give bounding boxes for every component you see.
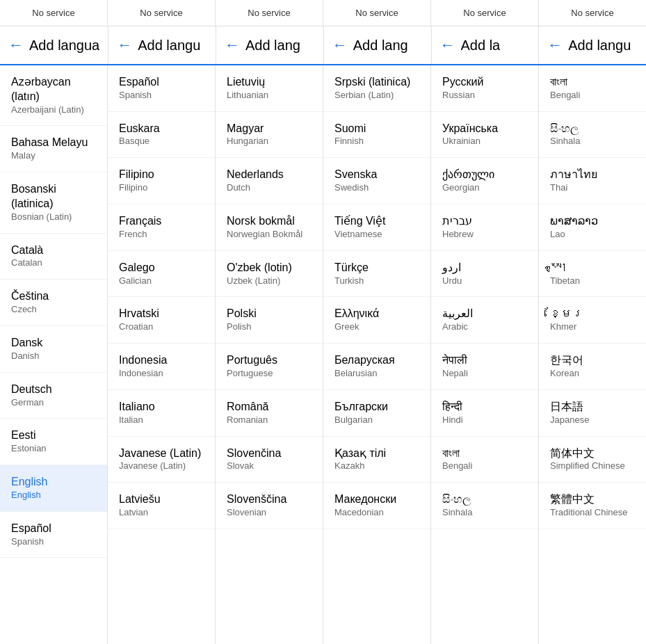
lang-item-1-0[interactable]: EspañolSpanish bbox=[108, 65, 215, 112]
lang-english-2-1: Hungarian bbox=[227, 136, 312, 147]
lang-item-3-3[interactable]: Tiếng ViệtVietnamese bbox=[323, 204, 430, 251]
lang-native-4-0: Русский bbox=[442, 75, 527, 90]
lang-item-2-2[interactable]: NederlandsDutch bbox=[216, 158, 323, 204]
lang-native-3-5: Ελληνικά bbox=[334, 307, 419, 321]
lang-item-5-2[interactable]: ภาษาไทยThai bbox=[539, 158, 646, 204]
lang-item-2-3[interactable]: Norsk bokmålNorwegian Bokmål bbox=[216, 204, 323, 251]
lang-item-3-7[interactable]: БългарскиBulgarian bbox=[323, 390, 430, 437]
lang-native-4-6: नेपाली bbox=[442, 353, 527, 368]
lang-english-3-1: Finnish bbox=[334, 136, 419, 147]
lang-item-4-9[interactable]: සිංහලSinhala bbox=[431, 483, 538, 529]
lang-native-5-1: සිංහල bbox=[550, 122, 635, 136]
lang-item-2-5[interactable]: PolskiPolish bbox=[216, 297, 323, 344]
lang-native-4-9: සිංහල bbox=[442, 492, 527, 507]
lang-item-4-7[interactable]: हिन्दीHindi bbox=[431, 390, 538, 437]
lang-native-1-6: Indonesia bbox=[119, 353, 204, 368]
lang-english-2-4: Uzbek (Latin) bbox=[227, 275, 312, 287]
lang-item-1-4[interactable]: GalegoGalician bbox=[108, 251, 215, 298]
header-cell-1: ←Add langu bbox=[108, 26, 216, 64]
back-arrow-3[interactable]: ← bbox=[332, 36, 348, 54]
lang-item-0-7[interactable]: EestiEstonian bbox=[0, 419, 107, 465]
lang-item-4-0[interactable]: РусскийRussian bbox=[431, 65, 538, 112]
lang-item-5-8[interactable]: 简体中文Simplified Chinese bbox=[539, 437, 646, 483]
status-cell-5: No service bbox=[539, 0, 646, 26]
lang-item-4-6[interactable]: नेपालीNepali bbox=[431, 344, 538, 390]
lang-item-5-7[interactable]: 日本語Japanese bbox=[539, 390, 646, 437]
lang-english-5-0: Bengali bbox=[550, 90, 635, 102]
lang-item-3-5[interactable]: ΕλληνικάGreek bbox=[323, 297, 430, 344]
lang-item-1-2[interactable]: FilipinoFilipino bbox=[108, 158, 215, 204]
lang-item-2-4[interactable]: O'zbek (lotin)Uzbek (Latin) bbox=[216, 251, 323, 298]
lang-native-1-0: Español bbox=[119, 75, 204, 90]
lang-item-5-4[interactable]: རྒྱས།Tibetan bbox=[539, 251, 646, 298]
lang-english-3-8: Kazakh bbox=[334, 460, 419, 472]
back-arrow-5[interactable]: ← bbox=[547, 36, 563, 54]
lang-item-5-5[interactable]: ខ្មែរKhmer bbox=[539, 297, 646, 344]
lang-english-5-1: Sinhala bbox=[550, 136, 635, 147]
lang-item-5-9[interactable]: 繁體中文Traditional Chinese bbox=[539, 483, 646, 529]
lang-item-0-2[interactable]: Bosanski (latinica)Bosnian (Latin) bbox=[0, 172, 107, 233]
lang-item-5-1[interactable]: සිංහලSinhala bbox=[539, 112, 646, 159]
lang-item-2-0[interactable]: LietuviųLithuanian bbox=[216, 65, 323, 112]
header-cell-3: ←Add lang bbox=[324, 26, 432, 64]
lang-item-0-1[interactable]: Bahasa MelayuMalay bbox=[0, 126, 107, 172]
lang-item-4-8[interactable]: বাংলাBengali bbox=[431, 437, 538, 483]
lang-item-5-6[interactable]: 한국어Korean bbox=[539, 344, 646, 390]
lang-item-0-5[interactable]: DanskDanish bbox=[0, 326, 107, 373]
lang-item-2-9[interactable]: SlovenščinaSlovenian bbox=[216, 483, 323, 529]
lang-native-1-5: Hrvatski bbox=[119, 307, 204, 321]
lang-item-4-3[interactable]: עבריתHebrew bbox=[431, 204, 538, 251]
lang-native-3-0: Srpski (latinica) bbox=[334, 75, 419, 90]
lang-english-0-6: German bbox=[11, 397, 96, 409]
lang-item-3-0[interactable]: Srpski (latinica)Serbian (Latin) bbox=[323, 65, 430, 112]
lang-item-4-5[interactable]: العربيةArabic bbox=[431, 297, 538, 344]
lang-item-0-3[interactable]: CatalàCatalan bbox=[0, 234, 107, 280]
lang-native-1-1: Euskara bbox=[119, 122, 204, 136]
lang-item-3-6[interactable]: БеларускаяBelarusian bbox=[323, 344, 430, 390]
back-arrow-0[interactable]: ← bbox=[8, 36, 24, 54]
lang-item-3-4[interactable]: TürkçeTurkish bbox=[323, 251, 430, 298]
back-arrow-2[interactable]: ← bbox=[225, 36, 240, 54]
lang-item-2-8[interactable]: SlovenčinaSlovak bbox=[216, 437, 323, 483]
lang-item-0-0[interactable]: Azərbaycan (latın)Azerbaijani (Latin) bbox=[0, 65, 107, 126]
back-arrow-1[interactable]: ← bbox=[117, 36, 132, 54]
lang-item-3-2[interactable]: SvenskaSwedish bbox=[323, 158, 430, 204]
lang-english-0-1: Malay bbox=[11, 150, 96, 162]
lang-item-4-4[interactable]: اردوUrdu bbox=[431, 251, 538, 298]
lang-native-5-6: 한국어 bbox=[550, 353, 635, 368]
lang-item-0-9[interactable]: EspañolSpanish bbox=[0, 512, 107, 558]
lang-item-5-0[interactable]: বাংলাBengali bbox=[539, 65, 646, 112]
lang-item-1-5[interactable]: HrvatskiCroatian bbox=[108, 297, 215, 344]
header-title-0: Add langua bbox=[29, 38, 99, 54]
lang-english-0-4: Czech bbox=[11, 304, 96, 316]
lang-item-0-6[interactable]: DeutschGerman bbox=[0, 373, 107, 419]
lang-item-3-8[interactable]: Қазақ тіліKazakh bbox=[323, 437, 430, 483]
lang-english-3-4: Turkish bbox=[334, 275, 419, 287]
lang-item-1-3[interactable]: FrançaisFrench bbox=[108, 204, 215, 251]
lang-item-1-7[interactable]: ItalianoItalian bbox=[108, 390, 215, 437]
lang-item-1-6[interactable]: IndonesiaIndonesian bbox=[108, 344, 215, 390]
header-title-5: Add langu bbox=[568, 38, 631, 54]
lang-english-5-6: Korean bbox=[550, 368, 635, 380]
lang-english-4-7: Hindi bbox=[442, 414, 527, 426]
lang-item-1-9[interactable]: LatviešuLatvian bbox=[108, 483, 215, 529]
lang-item-1-1[interactable]: EuskaraBasque bbox=[108, 112, 215, 159]
lang-item-3-1[interactable]: SuomiFinnish bbox=[323, 112, 430, 159]
lang-native-1-7: Italiano bbox=[119, 400, 204, 414]
lang-english-1-5: Croatian bbox=[119, 321, 204, 333]
lang-item-1-8[interactable]: Javanese (Latin)Javanese (Latin) bbox=[108, 437, 215, 483]
lang-item-2-1[interactable]: MagyarHungarian bbox=[216, 112, 323, 159]
lang-item-5-3[interactable]: ພາສາລາວLao bbox=[539, 204, 646, 251]
lang-english-2-0: Lithuanian bbox=[227, 90, 312, 102]
lang-native-0-2: Bosanski (latinica) bbox=[11, 182, 96, 211]
lang-item-4-1[interactable]: УкраїнськаUkrainian bbox=[431, 112, 538, 159]
back-arrow-4[interactable]: ← bbox=[440, 36, 455, 54]
lang-native-2-9: Slovenščina bbox=[227, 492, 312, 507]
lang-item-4-2[interactable]: ქართულიGeorgian bbox=[431, 158, 538, 204]
lang-item-0-4[interactable]: ČeštinaCzech bbox=[0, 280, 107, 326]
lang-item-2-6[interactable]: PortuguêsPortuguese bbox=[216, 344, 323, 390]
lang-native-1-4: Galego bbox=[119, 261, 204, 275]
lang-item-2-7[interactable]: RomânăRomanian bbox=[216, 390, 323, 437]
lang-item-3-9[interactable]: МакедонскиMacedonian bbox=[323, 483, 430, 529]
lang-item-0-8[interactable]: EnglishEnglish bbox=[0, 465, 107, 512]
